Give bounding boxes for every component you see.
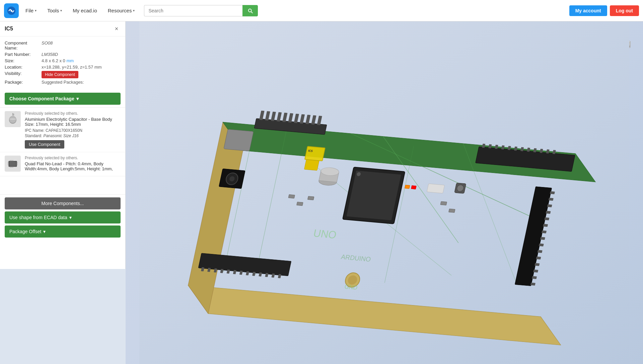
package-list: Previously selected by others. Aluminium… bbox=[0, 107, 125, 194]
svg-text:UNO: UNO bbox=[312, 227, 338, 241]
svg-rect-102 bbox=[532, 276, 537, 279]
part-number-value: LM358D bbox=[42, 52, 58, 57]
app-logo[interactable] bbox=[4, 3, 19, 18]
svg-rect-101 bbox=[533, 270, 538, 273]
location-value: x=18.288, y=21.59, z=1.57 mm bbox=[42, 65, 102, 70]
size-label: Size: bbox=[5, 58, 42, 63]
svg-rect-15 bbox=[10, 160, 11, 161]
svg-text:IC5: IC5 bbox=[308, 149, 313, 153]
previously-selected-2: Previously selected by others. bbox=[25, 156, 121, 160]
svg-rect-17 bbox=[12, 160, 13, 161]
svg-rect-71 bbox=[304, 160, 319, 171]
search-input[interactable] bbox=[144, 5, 242, 16]
file-chevron-icon: ▾ bbox=[35, 9, 37, 12]
package-label: Package: bbox=[5, 80, 42, 85]
component-panel: IC5 × Component Name: SO08 Part Number: … bbox=[0, 21, 126, 269]
choose-component-package-button[interactable]: Choose Component Package ▾ bbox=[5, 93, 121, 105]
svg-rect-89 bbox=[550, 191, 555, 194]
visibility-label: Visibility: bbox=[5, 71, 42, 78]
package-content-1: Previously selected by others. Aluminium… bbox=[25, 111, 121, 149]
hide-component-button[interactable]: Hide Component bbox=[42, 71, 78, 78]
svg-point-4 bbox=[9, 118, 16, 120]
svg-rect-97 bbox=[539, 244, 544, 247]
svg-rect-14 bbox=[17, 164, 18, 165]
ipc-name-1: IPC Name: CAPAE1700X1650N bbox=[25, 128, 121, 133]
search-container bbox=[144, 5, 258, 16]
mm-link[interactable]: mm bbox=[66, 58, 74, 63]
svg-rect-19 bbox=[11, 167, 12, 168]
svg-rect-94 bbox=[543, 224, 548, 227]
svg-rect-90 bbox=[549, 198, 554, 201]
search-button[interactable] bbox=[242, 5, 258, 16]
package-name-2: Quad Flat No-Lead - Pitch: 0.4mm, Body W… bbox=[25, 161, 121, 171]
size-value: 4.8 x 6.2 x 0 mm bbox=[42, 58, 74, 63]
use-shape-button[interactable]: Use shape from ECAD data ▾ bbox=[5, 211, 121, 223]
svg-rect-99 bbox=[536, 257, 541, 260]
my-account-button[interactable]: My account bbox=[569, 5, 607, 16]
choose-pkg-chevron-icon: ▾ bbox=[76, 96, 79, 101]
list-item: Previously selected by others. Aluminium… bbox=[0, 108, 125, 152]
svg-rect-11 bbox=[8, 164, 9, 165]
svg-rect-96 bbox=[540, 237, 545, 240]
package-name-1: Aluminium Electrolytic Capacitor - Base … bbox=[25, 117, 121, 127]
location-label: Location: bbox=[5, 65, 42, 70]
svg-text:GND: GND bbox=[344, 283, 358, 291]
resources-menu[interactable]: Resources ▾ bbox=[104, 5, 139, 16]
tools-chevron-icon: ▾ bbox=[60, 9, 62, 12]
svg-rect-78 bbox=[405, 185, 410, 189]
panel-close-button[interactable]: × bbox=[113, 25, 121, 33]
svg-rect-16 bbox=[11, 160, 12, 161]
component-name-label: Component Name: bbox=[5, 40, 42, 51]
more-components-button[interactable]: More Components... bbox=[5, 197, 121, 209]
navbar-right: My account Log out bbox=[569, 5, 639, 16]
svg-rect-18 bbox=[10, 167, 11, 168]
svg-rect-8 bbox=[9, 162, 16, 166]
use-shape-chevron-icon: ▾ bbox=[69, 215, 72, 220]
svg-rect-69 bbox=[347, 171, 401, 220]
part-number-label: Part Number: bbox=[5, 52, 42, 57]
svg-rect-83 bbox=[308, 196, 314, 200]
visibility-row: Visibility: Hide Component bbox=[5, 71, 121, 78]
svg-rect-12 bbox=[17, 162, 18, 163]
package-offset-chevron-icon: ▾ bbox=[43, 229, 46, 234]
my-ecad-link[interactable]: My ecad.io bbox=[69, 5, 101, 16]
svg-rect-80 bbox=[427, 184, 444, 193]
svg-rect-81 bbox=[288, 194, 295, 198]
svg-rect-9 bbox=[8, 162, 9, 163]
svg-rect-79 bbox=[411, 186, 416, 189]
panel-title: IC5 bbox=[5, 26, 13, 32]
component-name-value: SO08 bbox=[42, 40, 53, 51]
previously-selected-1: Previously selected by others. bbox=[25, 111, 121, 116]
svg-rect-13 bbox=[17, 163, 18, 164]
svg-point-1 bbox=[10, 10, 12, 11]
use-component-button-1[interactable]: Use Component bbox=[25, 140, 64, 149]
navbar: File ▾ Tools ▾ My ecad.io Resources ▾ My… bbox=[0, 0, 643, 21]
logout-button[interactable]: Log out bbox=[610, 5, 639, 16]
package-icon-qfn bbox=[5, 156, 21, 172]
svg-rect-82 bbox=[297, 202, 303, 206]
svg-rect-95 bbox=[542, 231, 547, 234]
package-content-2: Previously selected by others. Quad Flat… bbox=[25, 156, 121, 173]
part-number-row: Part Number: LM358D bbox=[5, 52, 121, 57]
component-name-row: Component Name: SO08 bbox=[5, 40, 121, 51]
svg-rect-118 bbox=[305, 146, 325, 161]
suggested-packages-label: Suggested Packages: bbox=[42, 80, 84, 85]
svg-rect-40 bbox=[224, 129, 254, 151]
svg-rect-84 bbox=[440, 201, 447, 205]
list-item: Previously selected by others. Quad Flat… bbox=[0, 152, 125, 176]
location-row: Location: x=18.288, y=21.59, z=1.57 mm bbox=[5, 65, 121, 70]
package-offset-button[interactable]: Package Offset ▾ bbox=[5, 225, 121, 238]
svg-rect-98 bbox=[538, 250, 543, 253]
panel-bottom: More Components... Use shape from ECAD d… bbox=[0, 194, 125, 240]
svg-rect-20 bbox=[12, 167, 13, 168]
svg-rect-103 bbox=[530, 283, 535, 286]
standard-1: Standard: Panasonic Size J16 bbox=[25, 133, 121, 138]
svg-rect-93 bbox=[544, 217, 549, 220]
resources-chevron-icon: ▾ bbox=[133, 9, 135, 12]
tools-menu[interactable]: Tools ▾ bbox=[43, 5, 66, 16]
package-icon-capacitor bbox=[5, 111, 21, 127]
svg-rect-91 bbox=[547, 204, 552, 207]
viewport-3d[interactable]: TOP FRONT RIGHT bbox=[126, 21, 643, 364]
file-menu[interactable]: File ▾ bbox=[21, 5, 41, 16]
panel-body: Component Name: SO08 Part Number: LM358D… bbox=[0, 36, 125, 90]
